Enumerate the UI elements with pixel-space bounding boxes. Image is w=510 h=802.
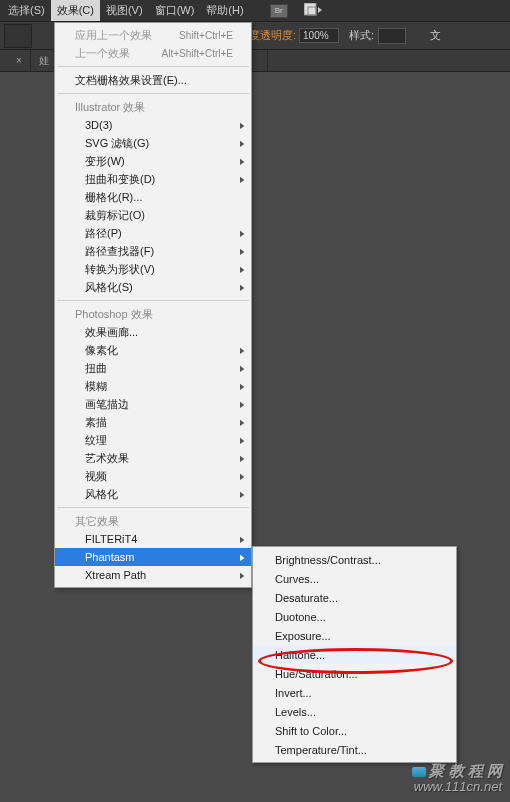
other-header: 其它效果 xyxy=(55,512,251,530)
menu-view[interactable]: 视图(V) xyxy=(100,0,149,21)
menu-stylize-il[interactable]: 风格化(S) xyxy=(55,278,251,296)
menu-filterit4[interactable]: FILTERiT4 xyxy=(55,530,251,548)
menu-xtream[interactable]: Xtream Path xyxy=(55,566,251,584)
menu-rasterize[interactable]: 栅格化(R)... xyxy=(55,188,251,206)
arrange-icon[interactable] xyxy=(304,3,324,19)
menu-distort[interactable]: 扭曲和变换(D) xyxy=(55,170,251,188)
menu-convert-shape[interactable]: 转换为形状(V) xyxy=(55,260,251,278)
doc-setup-btn[interactable]: 文 xyxy=(430,28,441,43)
sub-duotone[interactable]: Duotone... xyxy=(253,607,456,626)
illustrator-header: Illustrator 效果 xyxy=(55,98,251,116)
menu-apply-last: 应用上一个效果Shift+Ctrl+E xyxy=(55,26,251,44)
menu-effects[interactable]: 效果(C) xyxy=(51,0,100,21)
sub-temperature[interactable]: Temperature/Tint... xyxy=(253,740,456,759)
swatch[interactable] xyxy=(4,24,32,48)
bridge-icon[interactable]: Br xyxy=(270,4,288,18)
close-icon[interactable]: × xyxy=(16,55,22,66)
svg-rect-0 xyxy=(304,3,316,15)
menu-sketch[interactable]: 素描 xyxy=(55,413,251,431)
menu-texture[interactable]: 纹理 xyxy=(55,431,251,449)
menu-path[interactable]: 路径(P) xyxy=(55,224,251,242)
menu-warp[interactable]: 变形(W) xyxy=(55,152,251,170)
menu-doc-raster[interactable]: 文档栅格效果设置(E)... xyxy=(55,71,251,89)
menu-stylize-ps[interactable]: 风格化 xyxy=(55,485,251,503)
sub-hue[interactable]: Hue/Saturation... xyxy=(253,664,456,683)
style-swatch[interactable] xyxy=(378,28,406,44)
menu-help[interactable]: 帮助(H) xyxy=(200,0,249,21)
menu-svg[interactable]: SVG 滤镜(G) xyxy=(55,134,251,152)
sub-levels[interactable]: Levels... xyxy=(253,702,456,721)
menubar: 选择(S) 效果(C) 视图(V) 窗口(W) 帮助(H) Br xyxy=(0,0,510,22)
menu-distort-ps[interactable]: 扭曲 xyxy=(55,359,251,377)
sub-shift[interactable]: Shift to Color... xyxy=(253,721,456,740)
photoshop-header: Photoshop 效果 xyxy=(55,305,251,323)
sub-exposure[interactable]: Exposure... xyxy=(253,626,456,645)
menu-gallery[interactable]: 效果画廊... xyxy=(55,323,251,341)
menu-window[interactable]: 窗口(W) xyxy=(149,0,201,21)
menu-brush[interactable]: 画笔描边 xyxy=(55,395,251,413)
effects-menu: 应用上一个效果Shift+Ctrl+E 上一个效果Alt+Shift+Ctrl+… xyxy=(54,22,252,588)
phantasm-submenu: Brightness/Contrast... Curves... Desatur… xyxy=(252,546,457,763)
sub-desaturate[interactable]: Desaturate... xyxy=(253,588,456,607)
menu-cropmarks[interactable]: 裁剪标记(O) xyxy=(55,206,251,224)
menu-blur[interactable]: 模糊 xyxy=(55,377,251,395)
opacity-label: 度透明度: xyxy=(249,28,296,43)
sub-brightness[interactable]: Brightness/Contrast... xyxy=(253,550,456,569)
menu-pathfinder[interactable]: 路径查找器(F) xyxy=(55,242,251,260)
sub-halftone[interactable]: Halftone... xyxy=(253,645,456,664)
style-label: 样式: xyxy=(349,28,374,43)
sub-curves[interactable]: Curves... xyxy=(253,569,456,588)
menu-3d[interactable]: 3D(3) xyxy=(55,116,251,134)
menu-artistic[interactable]: 艺术效果 xyxy=(55,449,251,467)
menu-last: 上一个效果Alt+Shift+Ctrl+E xyxy=(55,44,251,62)
menu-select[interactable]: 选择(S) xyxy=(2,0,51,21)
menu-phantasm[interactable]: Phantasm xyxy=(55,548,251,566)
tab-0[interactable]: × xyxy=(0,50,31,71)
menu-pixelate[interactable]: 像素化 xyxy=(55,341,251,359)
menu-video[interactable]: 视频 xyxy=(55,467,251,485)
sub-invert[interactable]: Invert... xyxy=(253,683,456,702)
opacity-field[interactable]: 100% xyxy=(299,28,339,43)
